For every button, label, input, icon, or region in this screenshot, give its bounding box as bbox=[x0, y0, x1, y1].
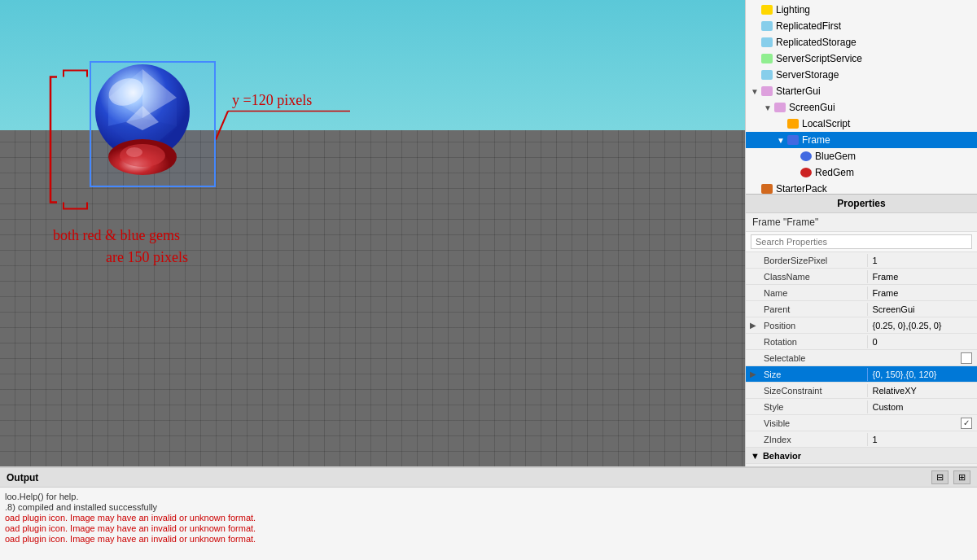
explorer-item-local-script[interactable]: LocalScript bbox=[746, 116, 977, 132]
prop-name-label: Name bbox=[760, 287, 867, 300]
explorer-item-starter-pack[interactable]: StarterPack bbox=[746, 181, 977, 194]
prop-row-zindex[interactable]: ZIndex1 bbox=[746, 431, 977, 448]
output-expand-button[interactable]: ⊞ bbox=[953, 470, 970, 484]
output-controls: ⊟ ⊞ bbox=[931, 470, 970, 484]
search-properties-container bbox=[746, 232, 977, 252]
explorer-item-red-gem[interactable]: RedGem bbox=[746, 164, 977, 181]
tree-label: ReplicatedStorage bbox=[776, 37, 857, 48]
tree-label: StarterGui bbox=[776, 85, 821, 97]
section-label: Behavior bbox=[763, 451, 801, 461]
prop-value-text: Frame bbox=[867, 287, 978, 300]
prop-row-position[interactable]: ▶Position{0.25, 0},{0.25, 0} bbox=[746, 317, 977, 334]
prop-row-size[interactable]: ▶Size{0, 150},{0, 120} bbox=[746, 366, 977, 383]
prop-name-label: Rotation bbox=[760, 335, 867, 348]
output-line: oad plugin icon. Image may have an inval… bbox=[5, 534, 972, 544]
prop-value-text: {0, 150},{0, 120} bbox=[867, 368, 978, 381]
tree-label: StarterPack bbox=[776, 183, 827, 194]
explorer-tree[interactable]: LightingReplicatedFirstReplicatedStorage… bbox=[746, 0, 977, 194]
explorer-item-replicated-storage[interactable]: ReplicatedStorage bbox=[746, 34, 977, 50]
explorer-item-frame[interactable]: ▼Frame bbox=[746, 132, 977, 148]
prop-row-style[interactable]: StyleCustom bbox=[746, 399, 977, 415]
prop-expand-icon: ▶ bbox=[746, 370, 760, 378]
gem-container[interactable] bbox=[90, 61, 216, 187]
output-line: .8) compiled and installed successfully bbox=[5, 502, 972, 512]
tree-icon-storage bbox=[760, 68, 773, 81]
output-collapse-button[interactable]: ⊟ bbox=[931, 470, 949, 484]
output-content: loo.Help() for help..8) compiled and ins… bbox=[0, 488, 977, 560]
explorer-item-replicated-first[interactable]: ReplicatedFirst bbox=[746, 18, 977, 34]
properties-title: Frame "Frame" bbox=[746, 213, 977, 232]
explorer-item-screen-gui[interactable]: ▼ScreenGui bbox=[746, 99, 977, 116]
prop-checkbox[interactable] bbox=[961, 352, 972, 364]
tree-icon-service bbox=[760, 52, 773, 65]
prop-value-text: ScreenGui bbox=[867, 303, 978, 316]
prop-name-label: Position bbox=[760, 319, 867, 332]
tree-icon-script bbox=[786, 117, 800, 130]
prop-name-label: BorderSizePixel bbox=[760, 254, 867, 267]
tree-label: RedGem bbox=[815, 167, 854, 178]
prop-section-behavior[interactable]: ▼Behavior bbox=[746, 448, 977, 464]
tree-label: ServerStorage bbox=[776, 69, 839, 81]
tree-label: Lighting bbox=[776, 4, 810, 15]
prop-row-classname[interactable]: ClassNameFrame bbox=[746, 269, 977, 285]
prop-name-label: Selectable bbox=[760, 352, 956, 365]
prop-row-parent[interactable]: ParentScreenGui bbox=[746, 301, 977, 317]
tree-label: BlueGem bbox=[815, 151, 856, 162]
tree-arrow: ▼ bbox=[762, 103, 773, 112]
output-line: loo.Help() for help. bbox=[5, 492, 972, 501]
prop-name-label: Visible bbox=[760, 417, 956, 430]
prop-name-label: Parent bbox=[760, 303, 867, 316]
prop-value-text: 0 bbox=[867, 335, 978, 348]
prop-name-label: SizeConstraint bbox=[760, 384, 867, 397]
tree-label: LocalScript bbox=[802, 118, 850, 129]
prop-name-label: Size bbox=[760, 368, 867, 381]
explorer-item-server-script-service[interactable]: ServerScriptService bbox=[746, 50, 977, 67]
main-area: y =120 pixels both red & blue gems are 1… bbox=[0, 0, 977, 466]
tree-icon-gem-red bbox=[800, 166, 813, 179]
prop-row-selectable[interactable]: Selectable bbox=[746, 350, 977, 366]
prop-value-text: {0.25, 0},{0.25, 0} bbox=[867, 319, 978, 332]
tree-label: ReplicatedFirst bbox=[776, 20, 841, 32]
explorer-item-lighting[interactable]: Lighting bbox=[746, 2, 977, 18]
prop-value-text: RelativeXY bbox=[867, 384, 978, 397]
prop-row-bordersizepixel[interactable]: BorderSizePixel1 bbox=[746, 252, 977, 269]
search-properties-input[interactable] bbox=[751, 234, 972, 249]
output-panel: Output ⊟ ⊞ loo.Help() for help..8) compi… bbox=[0, 466, 977, 560]
output-line: oad plugin icon. Image may have an inval… bbox=[5, 523, 972, 533]
prop-name-label: Style bbox=[760, 400, 867, 413]
output-header: Output ⊟ ⊞ bbox=[0, 468, 977, 488]
prop-row-name[interactable]: NameFrame bbox=[746, 285, 977, 301]
output-line: oad plugin icon. Image may have an inval… bbox=[5, 513, 972, 523]
tree-label: ScreenGui bbox=[789, 102, 835, 113]
tree-icon-gui bbox=[773, 101, 786, 114]
selection-box bbox=[90, 61, 216, 187]
tree-icon-storage bbox=[760, 36, 773, 49]
tree-icon-storage bbox=[760, 20, 773, 33]
tree-icon-frame bbox=[786, 133, 800, 147]
tree-label: ServerScriptService bbox=[776, 53, 862, 64]
explorer-item-server-storage[interactable]: ServerStorage bbox=[746, 67, 977, 83]
prop-name-label: ClassName bbox=[760, 270, 867, 283]
tree-label: Frame bbox=[802, 134, 830, 146]
prop-value-text: Frame bbox=[867, 270, 978, 283]
prop-row-sizeconstraint[interactable]: SizeConstraintRelativeXY bbox=[746, 383, 977, 399]
prop-row-rotation[interactable]: Rotation0 bbox=[746, 334, 977, 350]
prop-row-visible[interactable]: Visible bbox=[746, 415, 977, 431]
prop-checkbox-checked[interactable] bbox=[961, 418, 972, 429]
prop-expand-icon: ▶ bbox=[746, 321, 760, 330]
explorer-item-blue-gem[interactable]: BlueGem bbox=[746, 148, 977, 164]
prop-value-text: 1 bbox=[867, 254, 978, 267]
properties-panel: Properties Frame "Frame" BorderSizePixel… bbox=[746, 194, 977, 466]
explorer-item-starter-gui[interactable]: ▼StarterGui bbox=[746, 83, 977, 99]
tree-icon-gem-blue bbox=[800, 150, 813, 163]
properties-header: Properties bbox=[746, 195, 977, 213]
prop-name-label: ZIndex bbox=[760, 433, 867, 446]
right-panel: LightingReplicatedFirstReplicatedStorage… bbox=[745, 0, 977, 466]
tree-icon-pack bbox=[760, 182, 773, 194]
tree-icon-gui bbox=[760, 85, 773, 98]
prop-value-text: 1 bbox=[867, 433, 978, 446]
viewport-canvas: y =120 pixels both red & blue gems are 1… bbox=[0, 0, 745, 466]
tree-icon-lighting bbox=[760, 3, 773, 16]
tree-arrow: ▼ bbox=[775, 136, 786, 145]
prop-value-text: Custom bbox=[867, 400, 978, 413]
